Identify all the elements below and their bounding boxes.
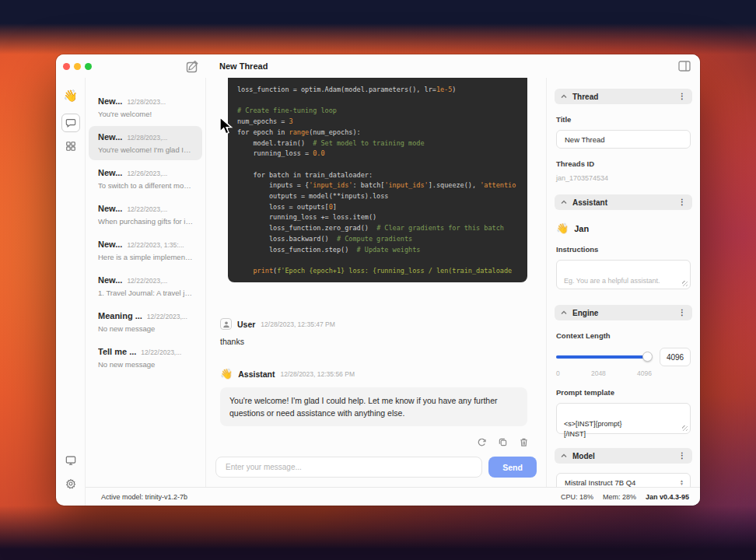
context-length-value[interactable]: 4096 <box>660 348 691 366</box>
message-input[interactable] <box>215 457 482 478</box>
slider-handle[interactable] <box>642 352 653 362</box>
thread-item-preview: 1. Travel Journal: A travel journ... <box>98 289 193 297</box>
instructions-label: Instructions <box>556 245 691 254</box>
thread-item-title: Meaning ... <box>98 311 142 320</box>
chat-bubble-icon <box>65 117 76 128</box>
copy-button[interactable] <box>498 437 508 447</box>
user-message-text: thanks <box>220 337 537 346</box>
thread-list-item[interactable]: Tell me ...12/22/2023,...No new message <box>89 341 202 375</box>
scale-mid: 2048 <box>591 369 606 377</box>
thread-item-date: 12/26/2023,... <box>127 170 167 177</box>
model-select[interactable]: Mistral Instruct 7B Q4 ▲▼ <box>556 473 691 487</box>
assistant-identity: 👋 Jan <box>556 222 691 234</box>
resize-handle[interactable] <box>682 425 688 431</box>
thread-list-item[interactable]: New...12/22/2023,...1. Travel Journal: A… <box>89 269 202 303</box>
section-title: Model <box>572 452 673 460</box>
threads-id-label: Threads ID <box>556 159 691 168</box>
message-role: User <box>237 320 255 329</box>
thread-item-date: 12/22/2023,... <box>141 348 181 356</box>
active-model-status: Active model: trinity-v1.2-7b <box>101 493 187 501</box>
section-title: Engine <box>572 309 673 317</box>
kebab-menu-icon[interactable]: ⋮ <box>678 309 686 317</box>
thread-item-date: 12/28/2023,... <box>127 134 167 142</box>
prompt-template-textarea[interactable]: <s>[INST]{prompt} [/INST] <box>556 403 691 434</box>
scale-min: 0 <box>556 369 560 377</box>
slider-scale: 0 2048 4096 <box>556 369 652 377</box>
select-stepper-icon: ▲▼ <box>680 479 684 485</box>
instructions-placeholder: Eg. You are a helpful assistant. <box>564 277 660 285</box>
chevron-up-icon <box>561 310 567 316</box>
thread-item-title: New... <box>98 96 122 106</box>
send-button[interactable]: Send <box>488 457 537 478</box>
thread-list-item[interactable]: New...12/28/2023...You're welcome! <box>89 90 202 124</box>
trash-icon <box>519 437 529 447</box>
section-title: Thread <box>572 93 673 101</box>
chat-column: loss_function = optim.Adam(model.paramet… <box>206 78 547 487</box>
thread-title-value: New Thread <box>565 135 605 144</box>
message-role: Assistant <box>238 369 275 379</box>
message-timestamp: 12/28/2023, 12:35:47 PM <box>261 320 334 328</box>
engine-section-header[interactable]: Engine ⋮ <box>555 305 692 320</box>
minimize-window-button[interactable] <box>74 63 81 70</box>
thread-item-preview: Here is a simple implementati... <box>98 253 193 261</box>
kebab-menu-icon[interactable]: ⋮ <box>678 93 686 100</box>
assistant-message-bubble: You're welcome! I'm glad I could help. L… <box>220 387 527 426</box>
zoom-window-button[interactable] <box>85 63 92 70</box>
thread-item-date: 12/22/2023,... <box>127 277 167 285</box>
thread-list-item[interactable]: New...12/22/2023,...When purchasing gift… <box>89 198 202 232</box>
context-length-label: Context Length <box>556 331 691 340</box>
regenerate-button[interactable] <box>477 437 487 447</box>
regenerate-icon <box>477 437 487 447</box>
toggle-right-panel-icon[interactable] <box>678 61 691 72</box>
thread-item-date: 12/22/2023,... <box>147 313 187 320</box>
thread-item-title: Tell me ... <box>98 347 136 356</box>
prompt-template-label: Prompt template <box>556 388 691 397</box>
thread-list-item[interactable]: New...12/28/2023,...You're welcome! I'm … <box>89 126 202 160</box>
user-avatar <box>220 318 232 330</box>
delete-button[interactable] <box>519 437 529 447</box>
thread-item-preview: No new message <box>98 324 193 333</box>
thread-item-date: 12/28/2023... <box>127 98 166 106</box>
thread-section-header[interactable]: Thread ⋮ <box>555 89 692 104</box>
kebab-menu-icon[interactable]: ⋮ <box>678 198 686 206</box>
thread-item-preview: You're welcome! I'm glad I cou... <box>98 145 193 154</box>
section-title: Assistant <box>572 198 673 207</box>
instructions-textarea[interactable]: Eg. You are a helpful assistant. <box>556 260 691 289</box>
grid-icon <box>65 141 76 152</box>
assistant-emoji: 👋 <box>556 222 569 234</box>
thread-item-title: New... <box>98 132 122 142</box>
assistant-message-header: 👋 Assistant 12/28/2023, 12:35:56 PM <box>220 368 537 380</box>
thread-list-item[interactable]: Meaning ...12/22/2023,...No new message <box>89 305 202 339</box>
assistant-avatar: 👋 <box>220 368 233 380</box>
app-window: New Thread 👋 <box>56 54 700 506</box>
scale-max: 4096 <box>637 369 652 377</box>
model-section-header[interactable]: Model ⋮ <box>555 448 692 464</box>
thread-item-preview: To switch to a different model,... <box>98 181 193 190</box>
thread-item-preview: You're welcome! <box>98 110 193 118</box>
kebab-menu-icon[interactable]: ⋮ <box>678 452 686 460</box>
rail-hub-button[interactable] <box>61 137 80 156</box>
thread-list-item[interactable]: New...12/22/2023, 1:35:...Here is a simp… <box>89 233 202 268</box>
settings-panel: Thread ⋮ Title New Thread Threads ID jan… <box>547 78 700 487</box>
gear-icon <box>65 478 76 489</box>
new-thread-icon[interactable] <box>185 60 199 74</box>
thread-list-item[interactable]: New...12/26/2023,...To switch to a diffe… <box>89 162 202 196</box>
cpu-status: CPU: 18% <box>561 493 593 501</box>
jan-logo: 👋 <box>63 89 78 103</box>
message-timestamp: 12/28/2023, 12:35:56 PM <box>281 370 355 378</box>
resize-handle[interactable] <box>682 281 688 286</box>
rail-chat-button[interactable] <box>61 114 80 132</box>
context-length-slider[interactable] <box>556 355 652 359</box>
thread-title-input[interactable]: New Thread <box>556 130 691 149</box>
close-window-button[interactable] <box>63 63 70 70</box>
monitor-icon <box>65 455 76 466</box>
chevron-up-icon <box>561 93 567 100</box>
title-label: Title <box>556 115 691 124</box>
mouse-cursor <box>219 117 236 135</box>
rail-system-monitor-button[interactable] <box>61 451 80 470</box>
thread-list: New...12/28/2023...You're welcome!New...… <box>86 78 206 487</box>
rail-settings-button[interactable] <box>61 474 80 493</box>
titlebar: New Thread <box>56 54 700 78</box>
thread-item-title: New... <box>98 275 122 285</box>
assistant-section-header[interactable]: Assistant ⋮ <box>555 194 692 210</box>
